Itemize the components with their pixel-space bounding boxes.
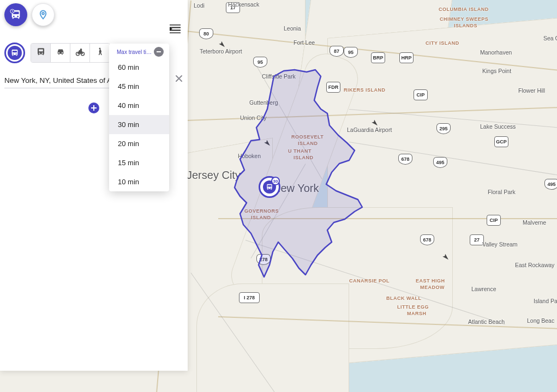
max-travel-time-dropdown: Max travel ti… 60 min45 min40 min30 min2… xyxy=(109,44,169,191)
dropdown-option[interactable]: 60 min xyxy=(109,58,169,77)
svg-point-4 xyxy=(99,48,101,50)
viewport: 1780958795BRPHRPFDRCIP295GCP495678495CIP… xyxy=(0,0,557,392)
mode-tab-walk[interactable] xyxy=(90,44,110,62)
clear-input-button[interactable] xyxy=(173,73,184,84)
origin-marker[interactable]: 30 xyxy=(259,176,280,198)
dropdown-option[interactable]: 40 min xyxy=(109,96,169,115)
dropdown-header: Max travel ti… xyxy=(109,44,169,58)
dropdown-option[interactable]: 10 min xyxy=(109,172,169,191)
car-icon xyxy=(56,47,65,59)
mode-tab-car[interactable] xyxy=(51,44,70,62)
svg-point-1 xyxy=(42,13,44,15)
mode-tab-transit[interactable] xyxy=(31,44,51,62)
add-origin-button[interactable] xyxy=(88,102,99,113)
indent-button[interactable] xyxy=(169,24,181,34)
walk-icon xyxy=(95,47,105,59)
map-pin-icon[interactable] xyxy=(32,3,55,26)
mode-tab-bike[interactable] xyxy=(70,44,90,62)
bike-icon xyxy=(75,47,85,59)
dropdown-option[interactable]: 20 min xyxy=(109,134,169,153)
top-icons xyxy=(4,3,55,26)
mode-tabs xyxy=(31,43,110,63)
dropdown-option[interactable]: 45 min xyxy=(109,77,169,96)
origin-marker-badge: 30 xyxy=(271,177,280,185)
transit-icon xyxy=(8,46,22,60)
transit-history-icon[interactable] xyxy=(4,3,27,26)
dropdown-option[interactable]: 30 min xyxy=(109,115,169,134)
collapse-button[interactable] xyxy=(154,47,164,57)
mode-row xyxy=(4,43,110,63)
search-panel: Max travel ti… 60 min45 min40 min30 min2… xyxy=(0,0,188,371)
dropdown-label: Max travel ti… xyxy=(117,49,152,55)
origin-mode-badge[interactable] xyxy=(4,43,25,63)
dropdown-option[interactable]: 15 min xyxy=(109,153,169,172)
transit-icon xyxy=(36,47,46,59)
